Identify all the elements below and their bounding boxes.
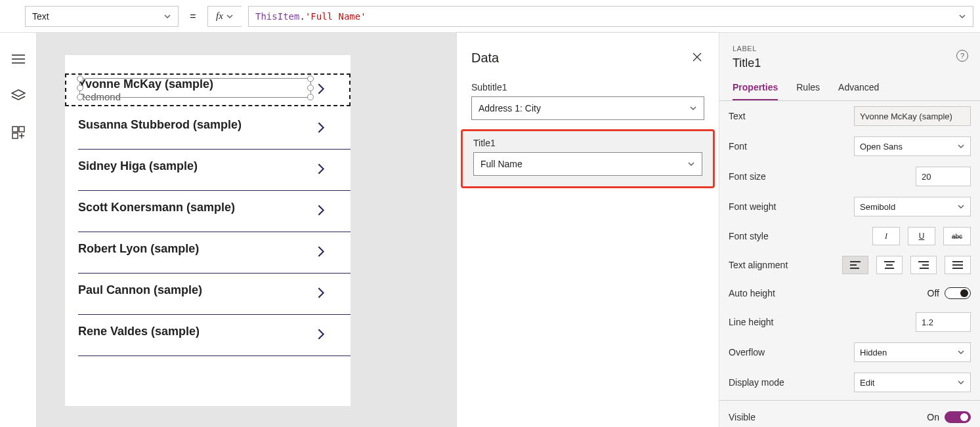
layers-icon[interactable] xyxy=(11,88,26,104)
chevron-right-icon[interactable] xyxy=(314,285,328,302)
prop-fontweight-select[interactable]: Semibold xyxy=(854,197,971,216)
item-title: Robert Lyon (sample) xyxy=(78,242,337,256)
align-right-button[interactable] xyxy=(910,256,937,274)
resize-handle[interactable] xyxy=(77,85,83,91)
data-panel-title: Data xyxy=(471,51,499,66)
gallery-item-selected[interactable]: Yvonne McKay (sample) Redmond xyxy=(65,73,351,106)
toggle-state: Off xyxy=(927,288,939,298)
gallery-item[interactable]: Robert Lyon (sample) xyxy=(65,232,351,273)
chevron-right-icon[interactable] xyxy=(314,327,328,343)
chevron-right-icon[interactable] xyxy=(314,82,328,98)
chevron-down-icon xyxy=(957,378,965,386)
help-icon[interactable]: ? xyxy=(956,50,968,62)
properties-tabs: Properties Rules Advanced xyxy=(719,73,980,101)
prop-overflow-select[interactable]: Hidden xyxy=(854,342,971,362)
svg-rect-5 xyxy=(19,127,24,132)
align-left-button[interactable] xyxy=(842,256,868,274)
chevron-down-icon xyxy=(957,142,965,150)
visible-toggle[interactable] xyxy=(945,411,971,423)
tab-advanced[interactable]: Advanced xyxy=(838,82,879,100)
prop-fontsize-input[interactable]: 20 xyxy=(916,167,971,186)
prop-label: Font weight xyxy=(729,201,776,212)
field-select-value: Full Name xyxy=(480,159,522,169)
resize-handle[interactable] xyxy=(307,75,314,82)
strikethrough-button[interactable]: abc xyxy=(943,227,971,245)
tree-view-icon[interactable] xyxy=(11,51,26,67)
formula-bar: Text = fx ThisItem.'Full Name' xyxy=(0,0,980,33)
prop-label: Font style xyxy=(729,231,769,241)
formula-input[interactable]: ThisItem.'Full Name' xyxy=(248,6,973,27)
gallery-item[interactable]: Paul Cannon (sample) xyxy=(65,273,351,314)
chevron-right-icon[interactable] xyxy=(314,203,328,219)
align-center-button[interactable] xyxy=(876,256,903,274)
tab-rules[interactable]: Rules xyxy=(796,82,820,100)
prop-row-alignment: Text alignment xyxy=(719,251,980,279)
canvas-area[interactable]: Yvonne McKay (sample) Redmond Susanna St… xyxy=(37,33,456,427)
properties-panel: LABEL Title1 ? Properties Rules Advanced… xyxy=(719,33,980,427)
prop-row-font: Font Open Sans xyxy=(719,131,980,161)
svg-marker-3 xyxy=(12,90,25,96)
field-select-value: Address 1: City xyxy=(479,103,541,113)
field-label: Subtitle1 xyxy=(471,82,704,92)
prop-label: Font size xyxy=(729,171,766,182)
gallery-item[interactable]: Scott Konersmann (sample) xyxy=(65,190,351,232)
prop-label: Auto height xyxy=(729,288,775,298)
prop-label: Line height xyxy=(729,317,774,327)
item-title: Rene Valdes (sample) xyxy=(78,325,337,338)
selection-box[interactable] xyxy=(79,78,311,98)
control-kind: LABEL xyxy=(733,45,967,52)
prop-font-select[interactable]: Open Sans xyxy=(854,136,971,156)
left-rail xyxy=(0,33,37,427)
italic-button[interactable]: I xyxy=(872,227,900,245)
prop-lineheight-input[interactable]: 1.2 xyxy=(916,312,971,332)
close-icon[interactable] xyxy=(690,50,704,66)
prop-row-lineheight: Line height 1.2 xyxy=(719,307,980,337)
svg-rect-6 xyxy=(12,133,18,138)
chevron-right-icon[interactable] xyxy=(314,244,328,260)
data-field-title-highlighted: Title1 Full Name xyxy=(461,129,715,188)
gallery-item[interactable]: Susanna Stubberod (sample) xyxy=(65,108,351,149)
property-selector[interactable]: Text xyxy=(25,6,179,27)
equals-sign: = xyxy=(185,10,201,22)
chevron-right-icon[interactable] xyxy=(314,120,328,136)
prop-label: Text alignment xyxy=(729,260,788,270)
resize-handle[interactable] xyxy=(77,94,83,100)
prop-displaymode-select[interactable]: Edit xyxy=(854,373,971,392)
fx-label: fx xyxy=(216,10,223,22)
item-title: Paul Cannon (sample) xyxy=(78,283,337,297)
insert-icon[interactable] xyxy=(11,125,26,140)
chevron-down-icon xyxy=(226,12,234,20)
tab-properties[interactable]: Properties xyxy=(733,82,778,100)
resize-handle[interactable] xyxy=(307,85,314,91)
gallery-item[interactable]: Sidney Higa (sample) xyxy=(65,149,351,190)
resize-handle[interactable] xyxy=(307,94,314,100)
chevron-right-icon[interactable] xyxy=(314,161,328,178)
field-select-subtitle[interactable]: Address 1: City xyxy=(471,96,704,120)
chevron-down-icon xyxy=(687,160,695,168)
align-justify-button[interactable] xyxy=(945,256,971,274)
field-select-title[interactable]: Full Name xyxy=(473,152,702,176)
prop-row-visible: Visible On xyxy=(719,403,980,427)
chevron-down-icon xyxy=(163,12,171,20)
prop-row-overflow: Overflow Hidden xyxy=(719,337,980,367)
fx-button[interactable]: fx xyxy=(207,6,242,27)
prop-row-fontstyle: Font style I U abc xyxy=(719,222,980,251)
prop-row-fontweight: Font weight Semibold xyxy=(719,192,980,222)
resize-handle[interactable] xyxy=(77,75,83,82)
chevron-down-icon xyxy=(957,348,965,356)
property-selector-value: Text xyxy=(32,11,49,22)
field-label: Title1 xyxy=(473,138,702,148)
item-title: Sidney Higa (sample) xyxy=(78,159,337,173)
chevron-down-icon xyxy=(957,203,965,211)
app-screen: Yvonne McKay (sample) Redmond Susanna St… xyxy=(65,55,351,406)
underline-button[interactable]: U xyxy=(908,227,935,245)
prop-text-value[interactable]: Yvonne McKay (sample) xyxy=(854,106,971,126)
gallery-item[interactable]: Rene Valdes (sample) xyxy=(65,314,351,356)
formula-text: ThisItem.'Full Name' xyxy=(255,11,366,22)
prop-label: Visible xyxy=(729,412,756,422)
prop-label: Display mode xyxy=(729,377,784,388)
autoheight-toggle[interactable] xyxy=(945,287,971,299)
svg-rect-4 xyxy=(12,127,18,132)
prop-label: Font xyxy=(729,141,747,152)
item-title: Scott Konersmann (sample) xyxy=(78,201,337,214)
